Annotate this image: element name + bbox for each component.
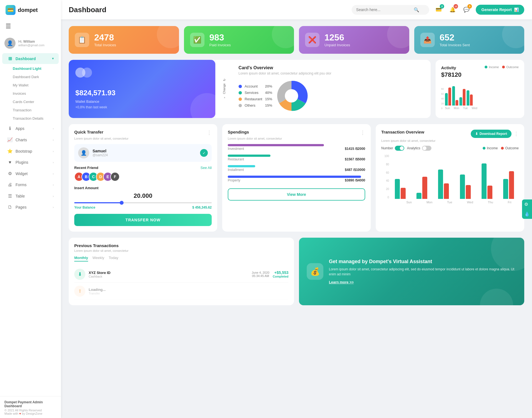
y-axis-labels: 020406080: [441, 88, 444, 110]
drop-icon[interactable]: 💧: [522, 209, 532, 219]
footer-made: Made with ♥ by DesignZone: [4, 412, 57, 415]
wallet-icon-btn[interactable]: 💳 2: [434, 5, 444, 15]
to-desc: Lorem ipsum dolor sit amet, consectetur: [381, 139, 519, 142]
sidebar-item-label: Table: [16, 194, 25, 198]
messages-btn[interactable]: 💬 5: [461, 5, 471, 15]
account-label: Account: [245, 84, 262, 88]
quick-transfer-menu[interactable]: ⋮: [207, 130, 212, 136]
overview-right: Card's Overview Lorem ipsum dolor sit am…: [233, 60, 431, 118]
to-menu[interactable]: ⋮: [514, 131, 519, 137]
transaction-overview-card: Transaction Overview ⬇ Download Report ⋮…: [376, 124, 524, 232]
to-title: Transaction Overview: [381, 130, 424, 134]
stat-card-unpaid-invoices: ❌ 1256 Unpaid Invoices: [299, 26, 409, 54]
transfer-person: 👤 Samuel @sam224 ✓: [74, 144, 212, 162]
sidebar-item-dashboard[interactable]: ⊞ Dashboard ▾: [2, 53, 59, 64]
sidebar-item-bootstrap[interactable]: ⭐ Bootstrap ›: [2, 146, 59, 157]
hamburger-menu[interactable]: ☰: [0, 18, 61, 35]
slider-thumb: [120, 201, 124, 205]
income-bar-thu: [482, 163, 487, 199]
spendings-menu[interactable]: ⋮: [360, 130, 365, 136]
search-input[interactable]: [356, 7, 411, 12]
installment-name: Installment: [228, 168, 244, 172]
wallet-card: $824,571.93 Wallet Balance +0,8% than la…: [69, 60, 215, 118]
subnav-cards-center[interactable]: Cards Center: [10, 98, 61, 106]
va-icon: 💰: [307, 263, 323, 280]
pt-title-area: Previous Transactions: [74, 243, 119, 248]
bootstrap-icon: ⭐: [7, 148, 13, 154]
property-amount: $3890 /$4000: [345, 178, 365, 182]
subnav-my-wallet[interactable]: My Wallet: [10, 81, 61, 89]
sidebar-footer: Dompet Payment Admin Dashboard © 2021 Al…: [0, 396, 61, 418]
change-button[interactable]: ↻ Change ▾: [215, 60, 233, 118]
to-income-legend: Income: [483, 146, 498, 150]
subnav-dashboard-light[interactable]: Dashboard Light: [10, 65, 61, 73]
balance-row: Your Balance $ 456,345.62: [74, 206, 212, 209]
subnav-invoices[interactable]: Invoices: [10, 89, 61, 98]
view-more-button[interactable]: View More: [228, 188, 365, 201]
settings-icon[interactable]: ⚙: [522, 199, 532, 209]
activity-header: Activity Income Outcome: [441, 65, 519, 70]
greeting: Hi, William: [18, 40, 44, 43]
investment-label: Investment $1415 /$2000: [228, 147, 365, 151]
pt-tab-today[interactable]: Today: [109, 256, 118, 261]
spendings-title: Spendings: [228, 130, 249, 134]
va-learn-more-link[interactable]: Learn more >>: [329, 280, 516, 284]
sidebar-item-label: Widget: [16, 171, 28, 176]
outcome-bar-wed: [470, 94, 473, 106]
stat-info: 652 Total Invoices Sent: [440, 33, 470, 47]
to-income-dot: [483, 147, 485, 150]
notifications-btn[interactable]: 🔔 12: [447, 5, 457, 15]
number-toggle[interactable]: [395, 146, 404, 151]
footer-title: Dompet Payment Admin Dashboard: [4, 400, 57, 408]
to-income-label: Income: [487, 146, 498, 150]
stat-label: Unpaid Invoices: [324, 43, 350, 47]
amount-slider[interactable]: [74, 202, 212, 203]
property-label: Property $3890 /$4000: [228, 178, 365, 182]
stat-label: Total Invoices Sent: [440, 43, 470, 47]
toggle-thumb: [400, 146, 404, 150]
friend-avatar-6[interactable]: F: [110, 172, 120, 181]
forms-icon: 🖨: [7, 182, 13, 187]
analytics-toggle[interactable]: [422, 146, 431, 151]
sidebar-item-forms[interactable]: 🖨 Forms ›: [2, 179, 59, 190]
outcome-bar-sun: [448, 88, 451, 106]
sidebar-item-apps[interactable]: ℹ Apps ›: [2, 123, 59, 134]
stat-card-paid-invoices: ✅ 983 Paid Invoices: [184, 26, 294, 54]
generate-report-button[interactable]: Generate Report 📊: [476, 5, 524, 15]
wallet-change: +0,8% than last week: [75, 105, 209, 109]
see-all-link[interactable]: See All: [201, 166, 212, 170]
user-profile: 👤 Hi, William william@gmail.com: [0, 35, 61, 53]
others-label: Others: [245, 103, 262, 107]
subnav-transaction[interactable]: Transaction: [10, 106, 61, 114]
sidebar-item-widget[interactable]: ⚙ Widget ›: [2, 168, 59, 179]
big-chart-wrapper: 020406080100: [381, 155, 519, 204]
subnav-dashboard-dark[interactable]: Dashboard Dark: [10, 73, 61, 81]
logo-text: dompet: [18, 7, 38, 13]
big-chart-y-axis: 020406080100: [381, 155, 389, 199]
sidebar-item-charts[interactable]: 📈 Charts ›: [2, 134, 59, 145]
outcome-bar-tue: [463, 89, 466, 106]
download-report-button[interactable]: ⬇ Download Report: [471, 130, 511, 138]
bar-group-wed: [467, 90, 473, 106]
sidebar-item-plugins[interactable]: ♥ Plugins ›: [2, 157, 59, 168]
activity-chart-area: 020406080: [441, 81, 519, 110]
bar-chart-icon: 📊: [514, 7, 519, 12]
pt-tab-weekly[interactable]: Weekly: [93, 256, 104, 261]
previous-transactions-card: Previous Transactions Lorem ipsum dolor …: [69, 238, 294, 305]
recent-friend-label: Recent Friend: [74, 166, 98, 170]
pt-desc: Lorem ipsum dolor sit amet, consectetur: [74, 249, 288, 252]
activity-title: Activity: [441, 65, 456, 70]
sidebar-item-table[interactable]: ☰ Table ›: [2, 191, 59, 201]
restaurant-bar: [228, 155, 270, 157]
bar-group-sun: [445, 88, 451, 106]
subnav-transaction-details[interactable]: Transaction Details: [10, 114, 61, 122]
chevron-down-icon: ▾: [223, 96, 226, 99]
search-icon: 🔍: [414, 7, 419, 12]
stats-grid: 📋 2478 Total Invoices ✅ 983 Paid Invoice…: [69, 26, 524, 54]
income-bar-tue: [438, 170, 443, 199]
transfer-now-button[interactable]: TRANSFER NOW: [74, 214, 212, 226]
to-outcome-label: Outcome: [505, 146, 519, 150]
sidebar-item-pages[interactable]: 🗋 Pages ›: [2, 202, 59, 212]
pt-tab-monthly[interactable]: Monthly: [74, 256, 88, 261]
wallet-badge: 2: [440, 4, 444, 9]
